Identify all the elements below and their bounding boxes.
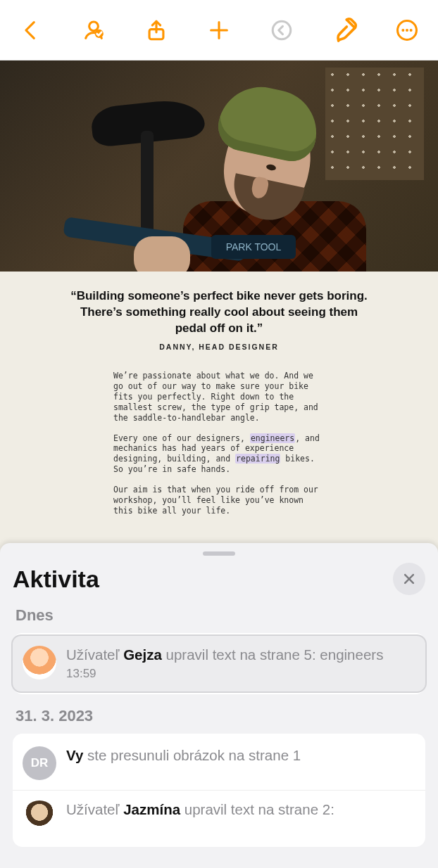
bike-stand-label: PARK TOOL <box>211 235 296 259</box>
close-button[interactable] <box>393 563 425 595</box>
undo-icon <box>270 18 294 42</box>
activity-row[interactable]: Užívateľ Gejza upravil text na strane 5:… <box>11 634 427 693</box>
plus-icon <box>207 18 231 42</box>
activity-section-label: 31. 3. 2023 <box>15 707 423 725</box>
close-icon <box>402 572 416 586</box>
svg-point-6 <box>273 21 291 39</box>
paragraph[interactable]: Every one of our designers, engineers, a… <box>113 433 325 476</box>
document-canvas[interactable]: PARK TOOL “Building someone’s perfect bi… <box>0 60 438 568</box>
paragraph[interactable]: We’re passionate about what we do. And w… <box>113 371 325 423</box>
paragraph[interactable]: Our aim is that when you ride off from o… <box>113 485 325 516</box>
ellipsis-circle-icon <box>395 18 419 42</box>
toolbar <box>0 0 438 60</box>
activity-description: ste presunuli obrázok na strane 1 <box>83 747 301 763</box>
activity-description: upravil text na strane 5: engineers <box>162 646 384 663</box>
activity-card: Užívateľ Gejza upravil text na strane 5:… <box>13 633 425 694</box>
activity-user-name: Vy <box>66 747 83 763</box>
activity-prefix: Užívateľ <box>66 646 123 663</box>
activity-description: upravil text na strane 2: <box>180 801 334 817</box>
svg-point-8 <box>401 29 404 32</box>
activity-section-label: Dnes <box>15 606 423 625</box>
sheet-grabber[interactable] <box>203 551 235 556</box>
svg-point-10 <box>410 29 413 32</box>
person-check-icon <box>82 18 106 42</box>
add-button[interactable] <box>198 11 240 50</box>
hero-image: PARK TOOL <box>0 60 438 272</box>
activity-text: Užívateľ Gejza upravil text na strane 5:… <box>66 646 415 682</box>
body-text[interactable]: We’re passionate about what we do. And w… <box>113 371 325 516</box>
collaborate-button[interactable] <box>73 11 115 50</box>
sheet-title: Aktivita <box>13 566 99 593</box>
text-run: Every one of our designers, <box>113 433 250 443</box>
activity-text: Užívateľ Jazmína upravil text na strane … <box>66 800 415 819</box>
activity-timestamp: 13:59 <box>66 666 415 682</box>
activity-text: Vy ste presunuli obrázok na strane 1 <box>66 746 415 765</box>
activity-card: DRVy ste presunuli obrázok na strane 1Už… <box>13 734 425 847</box>
share-button[interactable] <box>135 11 177 50</box>
activity-row[interactable]: Užívateľ Jazmína upravil text na strane … <box>13 790 425 844</box>
activity-prefix: Užívateľ <box>66 801 123 817</box>
share-icon <box>144 18 168 42</box>
format-button[interactable] <box>323 11 365 50</box>
back-button[interactable] <box>10 11 52 50</box>
avatar-memoji <box>23 800 56 834</box>
undo-button[interactable] <box>261 11 303 50</box>
quote-byline[interactable]: DANNY, HEAD DESIGNER <box>0 343 438 351</box>
activity-user-name: Gejza <box>123 646 162 663</box>
activity-user-name: Jazmína <box>123 801 180 817</box>
activity-row[interactable]: DRVy ste presunuli obrázok na strane 1 <box>13 736 425 790</box>
pull-quote[interactable]: “Building someone’s perfect bike never g… <box>64 288 374 337</box>
avatar-initials: DR <box>23 746 56 780</box>
tracked-change-highlight[interactable]: engineers <box>250 433 295 443</box>
more-button[interactable] <box>386 11 428 50</box>
paintbrush-icon <box>330 16 358 44</box>
tracked-change-highlight[interactable]: repairing <box>235 454 280 464</box>
chevron-left-icon <box>19 18 43 42</box>
avatar-memoji <box>23 646 56 679</box>
svg-point-9 <box>406 29 408 32</box>
activity-sheet[interactable]: Aktivita DnesUžívateľ Gejza upravil text… <box>0 543 438 868</box>
svg-point-0 <box>89 21 99 30</box>
